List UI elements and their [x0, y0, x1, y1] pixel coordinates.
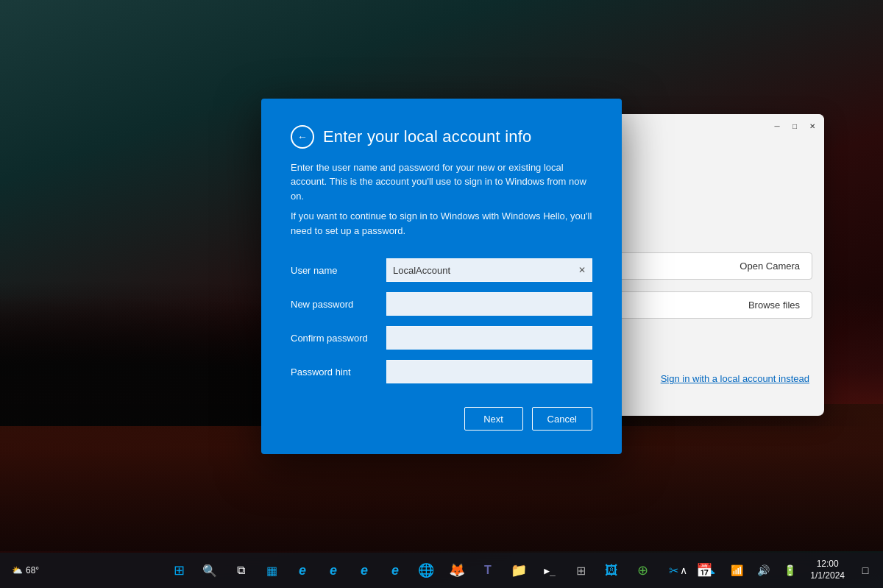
weather-temp: 68° [26, 565, 39, 575]
username-input-wrap: ✕ [386, 258, 592, 282]
weather-icon: ⛅ [12, 565, 23, 575]
snipping-icon: ✂ [669, 564, 678, 578]
dialog-footer: Next Cancel [291, 407, 592, 431]
cancel-button[interactable]: Cancel [532, 407, 592, 431]
edge-button-3[interactable]: e [350, 556, 379, 585]
date-display: 1/1/2024 [810, 570, 845, 582]
edge-icon-3: e [361, 563, 368, 578]
edge-button-2[interactable]: e [319, 556, 348, 585]
dialog-description-2: If you want to continue to sign in to Wi… [291, 209, 592, 238]
password-hint-label: Password hint [291, 366, 386, 378]
local-account-dialog: ← Enter your local account info Enter th… [261, 99, 622, 455]
confirm-password-input[interactable] [386, 326, 592, 350]
teams-button[interactable]: T [473, 556, 503, 585]
battery-icon: 🔋 [784, 564, 796, 576]
weather-widget[interactable]: ⛅ 68° [6, 565, 45, 575]
app-installer-button[interactable]: ⊞ [566, 556, 595, 585]
snipping-button[interactable]: ✂ [659, 556, 688, 585]
confirm-password-input-wrap [386, 326, 592, 350]
edge-icon-1: e [299, 563, 306, 578]
firefox-icon: 🦊 [449, 562, 465, 578]
edge-button-4[interactable]: e [380, 556, 410, 585]
username-input[interactable] [386, 258, 592, 282]
start-button[interactable]: ⊞ [164, 556, 194, 585]
dialog-title: Enter your local account info [323, 127, 531, 146]
new-password-row: New password [291, 292, 592, 316]
taskbar-center: ⊞ 🔍 ⧉ ▦ e e e e 🌐 🦊 [164, 556, 719, 585]
dialog-header: ← Enter your local account info [291, 125, 592, 149]
teams-icon: T [484, 564, 492, 577]
password-hint-input[interactable] [386, 360, 592, 383]
username-label: User name [291, 265, 386, 276]
terminal-icon: ▶_ [544, 565, 556, 576]
explorer-icon: 📁 [511, 562, 527, 578]
new-password-label: New password [291, 299, 386, 310]
new-password-input-wrap [386, 292, 592, 316]
network-button[interactable]: 📶 [725, 556, 748, 585]
confirm-password-label: Confirm password [291, 333, 386, 344]
calendar-icon: 📅 [696, 562, 712, 578]
windows-icon: ⊞ [174, 562, 185, 578]
search-button[interactable]: 🔍 [195, 556, 224, 585]
back-button[interactable]: ← [291, 125, 314, 149]
firefox-button[interactable]: 🦊 [442, 556, 472, 585]
sound-button[interactable]: 🔊 [751, 556, 775, 585]
sound-icon: 🔊 [757, 564, 770, 576]
widgets-icon: ▦ [266, 564, 277, 578]
dialog-overlay: ← Enter your local account info Enter th… [0, 0, 883, 588]
photos-icon: 🖼 [605, 563, 618, 578]
notification-button[interactable]: □ [854, 556, 877, 585]
time-display: 12:00 [810, 559, 845, 570]
clear-username-button[interactable]: ✕ [575, 263, 589, 277]
password-hint-input-wrap [386, 360, 592, 383]
back-icon: ← [297, 131, 308, 143]
clock-button[interactable]: 12:00 1/1/2024 [804, 559, 851, 581]
chrome-button[interactable]: 🌐 [411, 556, 441, 585]
edge-button-1[interactable]: e [288, 556, 317, 585]
edge-icon-2: e [330, 563, 337, 578]
app-installer-icon: ⊞ [576, 564, 586, 578]
username-row: User name ✕ [291, 258, 592, 282]
taskbar-left: ⛅ 68° [6, 565, 45, 575]
battery-button[interactable]: 🔋 [778, 556, 801, 585]
xbox-button[interactable]: ⊕ [628, 556, 657, 585]
xbox-icon: ⊕ [637, 562, 648, 578]
taskview-icon: ⧉ [237, 564, 245, 577]
explorer-button[interactable]: 📁 [504, 556, 533, 585]
photos-button[interactable]: 🖼 [597, 556, 626, 585]
dialog-description-1: Enter the user name and password for you… [291, 160, 592, 204]
new-password-input[interactable] [386, 292, 592, 316]
confirm-password-row: Confirm password [291, 326, 592, 350]
password-hint-row: Password hint [291, 360, 592, 383]
calendar-button[interactable]: 📅 [689, 556, 719, 585]
next-button[interactable]: Next [464, 407, 523, 431]
edge-icon-4: e [391, 563, 399, 578]
notification-icon: □ [862, 564, 868, 576]
network-icon: 📶 [731, 564, 743, 576]
search-icon: 🔍 [202, 564, 217, 578]
widgets-button[interactable]: ▦ [257, 556, 286, 585]
chrome-icon: 🌐 [418, 562, 434, 578]
taskview-button[interactable]: ⧉ [226, 556, 255, 585]
terminal-button[interactable]: ▶_ [535, 556, 564, 585]
taskbar: ⛅ 68° ⊞ 🔍 ⧉ ▦ e e e e [0, 553, 883, 588]
